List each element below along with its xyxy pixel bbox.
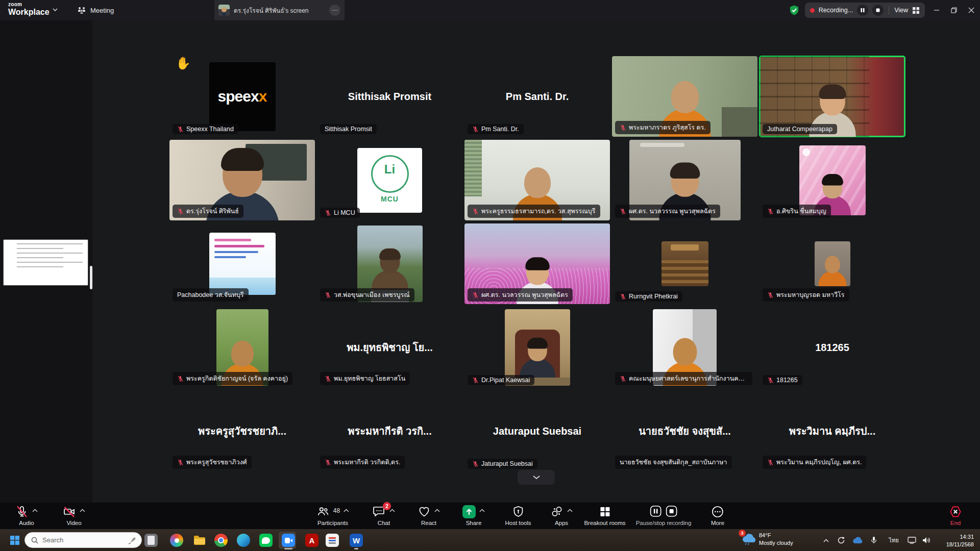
workspace-chevron-down-icon[interactable] (52, 8, 58, 12)
participant-tile[interactable]: Pachabodee วส.จันทบุรี (168, 222, 316, 305)
taskbar-app-line[interactable] (258, 533, 274, 548)
muted-mic-icon (767, 292, 774, 298)
more-button[interactable]: More (711, 505, 724, 526)
tray-language-indicator[interactable]: ไทย (885, 533, 902, 547)
host-tools-button[interactable]: Host tools (505, 505, 531, 526)
audio-chevron-up-icon[interactable] (32, 509, 38, 512)
security-shield-icon[interactable] (789, 5, 800, 16)
apps-chevron-up-icon[interactable] (567, 509, 573, 512)
tray-display-icon[interactable] (904, 533, 919, 547)
chat-chevron-up-icon[interactable] (389, 509, 395, 512)
participant-name-label: Pachabodee วส.จันทบุรี (173, 288, 249, 302)
participant-tile[interactable]: Sitthisak PromsitSitthisak Promsit (316, 55, 463, 138)
participant-tile[interactable]: นายธวัชชัย จงสุขสั...นายธวัชชัย จงสุขสัน… (611, 390, 758, 472)
participant-tile[interactable]: พระวิมาน คมฺภีรป...พระวิมาน คมฺภีรปญฺโญ,… (758, 390, 906, 472)
tray-volume-icon[interactable] (919, 533, 934, 547)
taskbar-app-zoom[interactable] (281, 533, 296, 548)
participant-tile[interactable]: วส.พ่อขุนผาเมือง เพชรบูรณ์ (316, 222, 463, 305)
taskbar-app-edge[interactable] (236, 533, 251, 548)
tray-mic-icon[interactable] (867, 533, 881, 547)
scrollbar-thumb[interactable] (90, 266, 92, 289)
taskbar-app-chrome[interactable] (213, 533, 229, 548)
participant-tile[interactable]: พระมหาบุญรอด มหาวีโร (758, 222, 906, 305)
video-chevron-up-icon[interactable] (80, 509, 85, 512)
ceiling-light (640, 143, 684, 147)
taskbar-clock[interactable]: 14:31 18/11/2568 (946, 533, 974, 549)
participant-tile[interactable]: พม.ยุทธพิชาญ โย...พม.ยุทธพิชาญ โยธสาสโน (316, 306, 463, 389)
window-minimize-button[interactable] (928, 0, 945, 20)
participant-tile[interactable]: Dr.Pipat Kaewsai (463, 306, 611, 389)
meeting-tab-label: Meeting (90, 7, 114, 14)
share-button[interactable]: Share (462, 505, 485, 526)
muted-mic-icon (620, 375, 626, 382)
apps-icon (550, 505, 564, 518)
small-logo (802, 148, 810, 156)
person-figure (515, 339, 559, 378)
pause-recording-button[interactable] (857, 5, 868, 16)
participant-tile[interactable]: ผศ.ดร. นวลวรรณ พูนวสุพลฉัตร (463, 222, 611, 305)
participant-tile[interactable]: LiMCULi MCU (316, 139, 463, 221)
participant-name-label: Jaturaput Suebsai (468, 459, 537, 469)
taskbar-app-photos[interactable] (169, 533, 184, 548)
tray-onedrive-icon[interactable] (850, 533, 865, 547)
person-figure (815, 256, 850, 286)
more-label: More (711, 520, 724, 526)
react-chevron-up-icon[interactable] (434, 509, 440, 512)
window-close-button[interactable] (963, 0, 980, 20)
taskbar-weather-widget[interactable]: 3 84°F Mostly cloudy (741, 532, 793, 547)
participant-tile[interactable]: ผศ.ดร. นวลวรรณ พูนวสุพลฉัตร (611, 139, 758, 221)
participant-name-label: ดร.รุ่งโรจน์ ศิริพันธ์ (173, 205, 243, 218)
tab-shared-screen[interactable]: ดร.รุ่งโรจน์ ศิริพันธ์'s screen ⋯ (214, 0, 345, 20)
taskbar-app-office[interactable] (325, 533, 340, 548)
video-button[interactable]: Video (63, 505, 85, 526)
share-chevron-up-icon[interactable] (479, 509, 485, 512)
search-input[interactable]: Search (24, 532, 142, 548)
shared-screen-tab-label: ดร.รุ่งโรจน์ ศิริพันธ์'s screen (234, 6, 325, 15)
participant-tile[interactable]: พระครูธรรมธรสามารถ,ดร. วส.สุพรรณบุรี (463, 139, 611, 221)
tab-meeting[interactable]: Meeting (72, 0, 119, 20)
breakout-rooms-button[interactable]: Breakout rooms (584, 505, 625, 526)
window-blinds (464, 140, 482, 196)
shared-screen-preview[interactable] (3, 239, 88, 286)
participant-name-label: พระครูสุวัชรชยาภิวงศ์ (173, 456, 252, 469)
participant-tile[interactable]: พระครูกิตติชัยกาญจน์ (จรัล คงคาอยู่) (168, 306, 316, 389)
start-button[interactable] (7, 533, 22, 548)
taskbar-app-word[interactable]: W (349, 533, 364, 548)
taskbar-app-acrobat[interactable]: A (304, 533, 320, 548)
participants-button[interactable]: 48 Participants (316, 505, 349, 526)
participant-tile[interactable]: พระครูสุวัชรชยาภิ...พระครูสุวัชรชยาภิวงศ… (168, 390, 316, 472)
participant-video: speexx (209, 62, 276, 131)
participant-tile[interactable]: Jaturaput SuebsaiJaturaput Suebsai (463, 390, 611, 472)
participant-tile[interactable]: 181265181265 (758, 306, 906, 389)
gallery-next-page-button[interactable] (518, 470, 555, 485)
taskbar-app-file-explorer[interactable] (192, 533, 207, 548)
tab-options-button[interactable]: ⋯ (329, 5, 340, 16)
audio-button[interactable]: Audio (15, 505, 38, 526)
participant-tile[interactable]: พระมหากีรติ วรกิ...พระมหากีรติ วรกิตติ,ด… (316, 390, 463, 472)
participant-name-label: พระครูธรรมธรสามารถ,ดร. วส.สุพรรณบุรี (468, 205, 600, 218)
stop-recording-button[interactable] (872, 5, 884, 16)
apps-button[interactable]: Apps (550, 505, 573, 526)
share-screen-icon (462, 505, 476, 518)
pause-stop-recording-button[interactable]: Pause/stop recording (636, 505, 692, 526)
participant-tile[interactable]: Pm Santi. Dr.Pm Santi. Dr. (463, 55, 611, 138)
window-restore-button[interactable] (945, 0, 963, 20)
view-grid-icon[interactable] (912, 7, 920, 14)
taskbar-app-notes[interactable] (143, 533, 159, 548)
video-label: Video (63, 520, 85, 526)
participant-tile[interactable]: Jutharat Compeerapap (758, 55, 906, 138)
participant-tile[interactable]: ดร.รุ่งโรจน์ ศิริพันธ์ (168, 139, 316, 221)
chat-button[interactable]: 2 Chat (373, 505, 395, 526)
tray-sync-icon[interactable] (834, 533, 848, 547)
participants-count: 48 (333, 507, 340, 514)
mcu-logo-li: Li (384, 162, 395, 177)
participant-tile[interactable]: คณะมนุษยศาสตร์เลขานุการสำนักงานคณบดี (611, 306, 758, 389)
react-button[interactable]: React (418, 505, 440, 526)
participants-chevron-up-icon[interactable] (344, 509, 349, 512)
muted-mic-icon (472, 461, 479, 467)
participant-tile[interactable]: อ.ศิขริน ชื่นสมบุญ (758, 139, 906, 221)
participant-tile[interactable]: พระมหาภราดร ภูริสฺสโร ดร. (611, 55, 758, 138)
tray-show-hidden-icons-button[interactable] (819, 533, 833, 547)
participant-tile[interactable]: Rurngvit Phetkrai (611, 222, 758, 305)
end-meeting-button[interactable]: End (949, 505, 962, 526)
